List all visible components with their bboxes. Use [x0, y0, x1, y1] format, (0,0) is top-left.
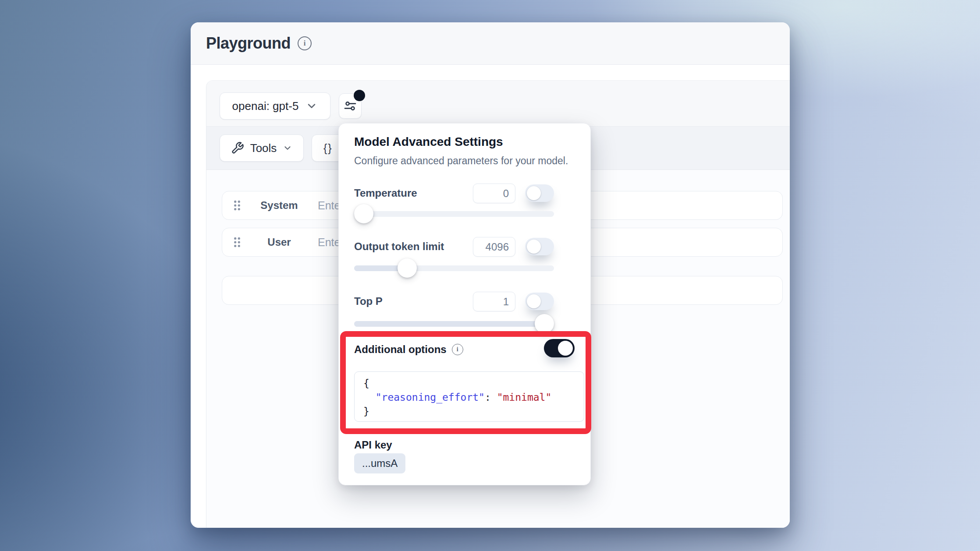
page-info-icon[interactable] [298, 36, 312, 50]
temperature-input[interactable]: 0 [473, 184, 515, 203]
page-title: Playground [206, 34, 291, 53]
api-key-label: API key [354, 439, 392, 451]
temperature-row: Temperature 0 [354, 184, 576, 203]
popover-subtitle: Configure advanced parameters for your m… [354, 155, 568, 167]
top-p-row: Top P 1 [354, 292, 576, 311]
json-close-brace: } [363, 406, 369, 417]
toggle-knob [527, 186, 541, 200]
tools-dropdown[interactable]: Tools [220, 134, 304, 162]
top-p-input[interactable]: 1 [473, 292, 515, 311]
top-p-label: Top P [354, 295, 383, 307]
slider-fill [354, 321, 544, 327]
wrench-icon [231, 141, 244, 155]
slider-thumb[interactable] [354, 204, 373, 223]
top-p-slider[interactable] [354, 314, 554, 333]
output-token-limit-input[interactable]: 4096 [473, 237, 515, 257]
json-separator: : [485, 392, 497, 403]
output-token-limit-slider[interactable] [354, 258, 554, 278]
model-settings-button[interactable] [339, 93, 362, 119]
chevron-down-icon [305, 100, 318, 112]
toggle-knob [527, 294, 541, 308]
tools-label: Tools [250, 141, 277, 155]
json-key: "reasoning_effort" [376, 392, 485, 403]
braces-label: {} [323, 142, 333, 155]
json-indent [363, 392, 376, 403]
drag-handle-icon[interactable] [233, 199, 241, 212]
additional-options-json-editor[interactable]: { "reasoning_effort": "minimal" } [354, 371, 584, 422]
additional-options-toggle[interactable] [544, 339, 575, 357]
json-open-brace: { [363, 378, 369, 389]
additional-options-label: Additional options [354, 343, 447, 356]
additional-options-info-icon[interactable] [452, 344, 463, 355]
sliders-icon [343, 99, 357, 113]
message-role: System [253, 199, 305, 212]
model-selector-label: openai: gpt-5 [232, 99, 299, 113]
output-token-limit-row: Output token limit 4096 [354, 237, 576, 257]
message-role: User [253, 236, 305, 248]
output-token-limit-label: Output token limit [354, 240, 444, 253]
desktop: Playground openai: gpt-5 [0, 0, 980, 551]
window-header: Playground [191, 22, 790, 65]
model-selector[interactable]: openai: gpt-5 [220, 92, 330, 120]
top-p-toggle[interactable] [525, 293, 554, 310]
temperature-slider[interactable] [354, 204, 554, 223]
api-key-masked-value[interactable]: ...umsA [354, 453, 405, 473]
chevron-down-icon [283, 143, 292, 153]
slider-thumb[interactable] [535, 314, 554, 333]
popover-title: Model Advanced Settings [354, 135, 503, 149]
slider-thumb[interactable] [398, 258, 417, 278]
slider-track[interactable] [354, 211, 554, 217]
output-token-limit-toggle[interactable] [525, 238, 554, 255]
toggle-knob [527, 240, 541, 254]
drag-handle-icon[interactable] [233, 236, 241, 248]
additional-options-row: Additional options [354, 343, 463, 356]
temperature-toggle[interactable] [525, 184, 554, 202]
temperature-label: Temperature [354, 187, 417, 199]
model-advanced-settings-popover: Model Advanced Settings Configure advanc… [338, 123, 591, 485]
model-toolbar: openai: gpt-5 [206, 81, 790, 127]
toggle-knob [558, 341, 573, 356]
settings-active-badge [354, 90, 365, 101]
json-value: "minimal" [497, 392, 552, 403]
